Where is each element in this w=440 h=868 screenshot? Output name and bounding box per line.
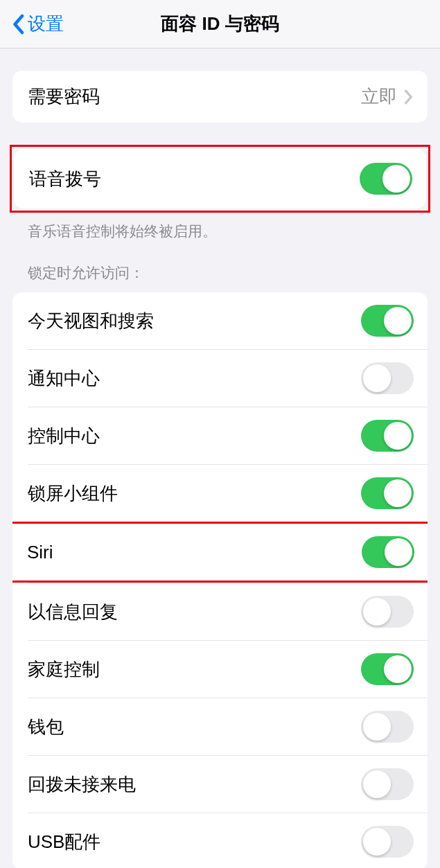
toggle-knob	[384, 307, 412, 335]
require-passcode-value: 立即	[361, 85, 397, 109]
lock-item-row: 锁屏小组件	[28, 464, 428, 522]
lock-item-toggle[interactable]	[361, 596, 414, 628]
lock-item-label: 控制中心	[28, 424, 100, 448]
lock-item-label: Siri	[27, 542, 53, 563]
voice-dial-highlight: 语音拨号	[10, 145, 430, 213]
chevron-left-icon	[11, 14, 25, 35]
lock-item-toggle[interactable]	[361, 305, 414, 337]
lock-item-label: 锁屏小组件	[28, 481, 118, 506]
lock-item-row: Siri	[12, 524, 428, 581]
toggle-knob	[363, 770, 391, 798]
toggle-knob	[363, 828, 391, 856]
lock-item-label: 以信息回复	[28, 600, 118, 624]
page-title: 面容 ID 与密码	[161, 12, 279, 36]
lock-item-toggle[interactable]	[361, 768, 414, 800]
lock-item-toggle[interactable]	[361, 653, 414, 685]
toggle-knob	[363, 598, 391, 626]
lock-item-row: 通知中心	[28, 349, 428, 407]
lock-item-toggle[interactable]	[361, 711, 414, 743]
toggle-knob	[384, 655, 412, 683]
lock-screen-header: 锁定时允许访问：	[28, 263, 412, 283]
require-passcode-row[interactable]: 需要密码 立即	[12, 71, 428, 123]
lock-item-label: 家庭控制	[28, 657, 100, 682]
lock-item-row: 今天视图和搜索	[28, 292, 428, 349]
lock-item-row: USB配件	[28, 813, 428, 868]
voice-dial-row: 语音拨号	[14, 149, 426, 209]
toggle-knob	[384, 479, 412, 507]
row-right: 立即	[361, 85, 414, 109]
lock-item-row: 控制中心	[28, 407, 428, 464]
lock-item-row: 家庭控制	[28, 640, 428, 698]
voice-dial-label: 语音拨号	[29, 167, 101, 191]
lock-item-label: 钱包	[28, 715, 64, 739]
voice-dial-section: 语音拨号	[14, 149, 426, 209]
lock-item-row: 以信息回复	[28, 583, 428, 640]
lock-screen-section: 今天视图和搜索通知中心控制中心锁屏小组件Siri以信息回复家庭控制钱包回拨未接来…	[12, 292, 428, 868]
toggle-knob	[363, 713, 391, 741]
lock-item-label: 今天视图和搜索	[28, 309, 154, 333]
chevron-right-icon	[404, 89, 414, 105]
lock-item-toggle[interactable]	[361, 477, 414, 509]
require-passcode-section: 需要密码 立即	[12, 71, 428, 123]
voice-dial-footer: 音乐语音控制将始终被启用。	[28, 221, 412, 241]
toggle-knob	[384, 422, 412, 450]
toggle-knob	[382, 165, 410, 193]
lock-item-row: 钱包	[28, 698, 428, 755]
voice-dial-toggle[interactable]	[360, 163, 412, 195]
lock-item-row: 回拨未接来电	[28, 755, 428, 813]
lock-item-toggle[interactable]	[361, 826, 414, 858]
back-label: 设置	[28, 12, 64, 36]
toggle-knob	[363, 364, 391, 392]
lock-item-label: 通知中心	[28, 366, 100, 391]
lock-item-toggle[interactable]	[361, 420, 414, 452]
lock-item-toggle[interactable]	[362, 536, 414, 568]
back-button[interactable]: 设置	[11, 12, 64, 36]
lock-item-label: 回拨未接来电	[28, 772, 136, 797]
content-area: 需要密码 立即 语音拨号 音乐语音控制将始终被启用。 锁定时允许访问： 今天视图…	[0, 71, 440, 868]
lock-item-toggle[interactable]	[361, 362, 414, 394]
toggle-knob	[385, 538, 412, 566]
siri-highlight: Siri	[12, 522, 428, 583]
nav-bar: 设置 面容 ID 与密码	[0, 0, 440, 48]
lock-item-label: USB配件	[28, 830, 100, 854]
require-passcode-label: 需要密码	[28, 85, 100, 109]
